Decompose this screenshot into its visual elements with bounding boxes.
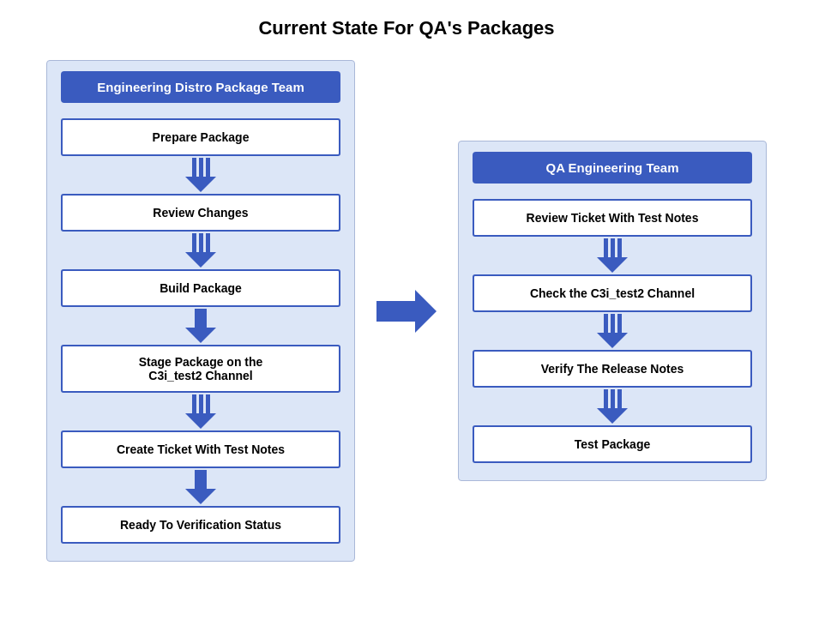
step-ready-verification: Ready To Verification Status — [61, 506, 340, 544]
step-check-channel: Check the C3i_test2 Channel — [473, 274, 752, 312]
step-build-package: Build Package — [61, 269, 340, 307]
right-arrow-down-2 — [597, 314, 628, 348]
right-lane: QA Engineering Team Review Ticket With T… — [458, 141, 767, 481]
middle-arrow-container — [372, 290, 441, 333]
step-verify-release: Verify The Release Notes — [473, 350, 752, 388]
left-lane-header: Engineering Distro Package Team — [61, 71, 340, 103]
right-arrow-icon — [376, 290, 437, 333]
step-stage-package: Stage Package on theC3i_test2 Channel — [61, 345, 340, 393]
right-arrow-down-3 — [597, 389, 628, 424]
step-review-ticket: Review Ticket With Test Notes — [473, 199, 752, 237]
step-test-package: Test Package — [473, 425, 752, 463]
left-lane: Engineering Distro Package Team Prepare … — [46, 60, 355, 562]
arrow-down-4 — [185, 394, 216, 429]
arrow-down-2 — [185, 233, 216, 268]
step-create-ticket: Create Ticket With Test Notes — [61, 430, 340, 468]
svg-marker-0 — [376, 290, 437, 333]
arrow-down-3 — [185, 309, 216, 343]
arrow-down-5 — [185, 470, 216, 504]
page-title: Current State For QA's Packages — [258, 17, 554, 39]
step-review-changes: Review Changes — [61, 194, 340, 232]
right-arrow-down-1 — [597, 238, 628, 273]
arrow-down-1 — [185, 158, 216, 192]
step-prepare-package: Prepare Package — [61, 118, 340, 156]
right-lane-header: QA Engineering Team — [473, 152, 752, 184]
diagram-container: Engineering Distro Package Team Prepare … — [17, 60, 796, 562]
